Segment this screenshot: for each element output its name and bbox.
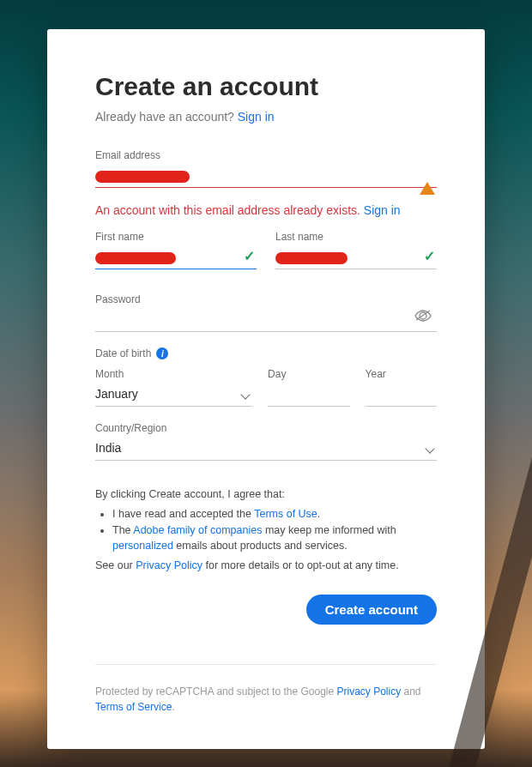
recaptcha-footer: Protected by reCAPTCHA and subject to th… — [95, 684, 437, 715]
email-label: Email address — [95, 149, 437, 161]
signin-link[interactable]: Sign in — [238, 110, 275, 124]
last-name-field-wrap: Last name ✓ — [275, 231, 437, 269]
page-title: Create an account — [95, 72, 437, 101]
redaction — [275, 252, 348, 264]
redaction — [95, 171, 190, 183]
first-name-label: First name — [95, 231, 257, 243]
legal-outro: See our Privacy Policy for more details … — [95, 558, 437, 574]
last-name-label: Last name — [275, 231, 437, 243]
legal-block: By clicking Create account, I agree that… — [95, 486, 437, 574]
password-field-wrap: Password — [95, 293, 437, 332]
adobe-family-link[interactable]: Adobe family of companies — [133, 524, 262, 536]
email-error: An account with this email address alrea… — [95, 203, 437, 217]
first-name-field-wrap: First name ✓ — [95, 231, 257, 269]
divider — [95, 664, 437, 665]
legal-item-1: I have read and accepted the Terms of Us… — [112, 506, 437, 522]
legal-item-2: The Adobe family of companies may keep m… — [112, 522, 437, 555]
signin-prompt: Already have an account? Sign in — [95, 110, 437, 124]
country-label: Country/Region — [95, 422, 437, 434]
redaction — [95, 252, 176, 264]
google-tos-link[interactable]: Terms of Service — [95, 701, 172, 713]
email-error-text: An account with this email address alrea… — [95, 203, 364, 217]
day-input[interactable] — [268, 384, 350, 407]
check-icon: ✓ — [424, 248, 435, 264]
eye-toggle-icon[interactable] — [414, 310, 432, 325]
month-label: Month — [95, 368, 252, 380]
country-field-wrap: Country/Region India — [95, 422, 437, 461]
email-field-wrap: Email address — [95, 149, 437, 188]
signin-prompt-text: Already have an account? — [95, 110, 238, 124]
year-input[interactable] — [366, 384, 437, 407]
signup-card: Create an account Already have an accoun… — [47, 29, 485, 749]
personalized-link[interactable]: personalized — [112, 540, 173, 552]
privacy-policy-link[interactable]: Privacy Policy — [136, 559, 203, 571]
email-error-signin-link[interactable]: Sign in — [364, 203, 401, 217]
legal-intro: By clicking Create account, I agree that… — [95, 486, 437, 503]
password-input[interactable] — [95, 309, 437, 332]
password-label: Password — [95, 293, 437, 305]
year-label: Year — [366, 368, 437, 380]
day-label: Day — [268, 368, 350, 380]
warning-icon — [420, 167, 435, 183]
terms-of-use-link[interactable]: Terms of Use — [254, 508, 317, 520]
country-select[interactable]: India — [95, 438, 437, 461]
month-select[interactable]: January — [95, 384, 252, 407]
create-account-button[interactable]: Create account — [306, 595, 437, 625]
info-icon[interactable]: i — [156, 347, 168, 359]
dob-label: Date of birth — [95, 347, 151, 359]
check-icon: ✓ — [244, 248, 255, 264]
google-privacy-link[interactable]: Privacy Policy — [336, 685, 401, 698]
